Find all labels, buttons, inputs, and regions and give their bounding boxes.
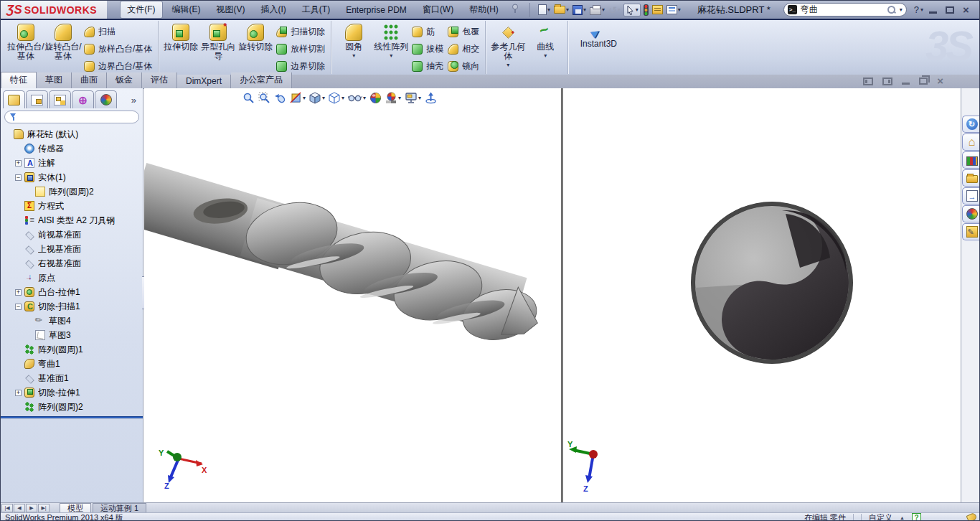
tab-dimxpert[interactable]: DimXpert — [177, 75, 231, 88]
tree-item[interactable]: 阵列(圆周)2 — [1, 184, 143, 199]
collapse-toggle[interactable]: − — [15, 174, 22, 181]
view-settings-button[interactable]: ▾ — [404, 91, 422, 105]
fillet-button[interactable]: 圆角 ▾ — [335, 22, 372, 59]
help-button[interactable]: ? — [914, 4, 919, 15]
previous-study-button[interactable]: ◀ — [14, 504, 25, 512]
featuremanager-tab[interactable] — [3, 90, 25, 108]
reference-geometry-dropdown[interactable]: ▾ — [507, 62, 509, 68]
undo-button[interactable]: ↺▾ — [608, 4, 621, 16]
swept-cut-button[interactable]: 扫描切除 — [274, 23, 327, 40]
wrap-button[interactable]: 包覆 — [446, 23, 481, 40]
fillet-dropdown[interactable]: ▾ — [352, 52, 355, 59]
extruded-cut-button[interactable]: 拉伸切除 — [162, 22, 199, 52]
last-study-button[interactable]: ▶| — [38, 504, 50, 512]
interference-check-button[interactable] — [643, 4, 649, 17]
model-tab[interactable]: 模型 — [60, 503, 91, 512]
menu-insert[interactable]: 插入(I) — [255, 1, 293, 18]
design-library-button[interactable] — [962, 151, 980, 169]
minimize-button[interactable] — [929, 11, 937, 14]
expand-toggle[interactable]: + — [15, 289, 22, 296]
doc-close-button[interactable]: × — [937, 77, 943, 85]
file-explorer-button[interactable] — [962, 169, 980, 187]
swept-boss-button[interactable]: 扫描 — [82, 23, 154, 40]
tree-item[interactable]: AISI 类型 A2 刀具钢 — [1, 213, 143, 227]
quick-tips-icon[interactable]: ? — [912, 513, 921, 521]
tree-item[interactable]: 方程式 — [1, 199, 143, 213]
tab-sheet-metal[interactable]: 钣金 — [107, 72, 142, 88]
viewport-right[interactable]: Y Z — [563, 88, 961, 502]
menu-help[interactable]: 帮助(H) — [463, 1, 505, 18]
options-button[interactable]: ▾ — [666, 4, 682, 15]
tree-item[interactable]: 上视基准面 — [1, 242, 143, 256]
menu-view[interactable]: 视图(V) — [210, 1, 252, 18]
tree-item[interactable]: 基准面1 — [1, 371, 143, 385]
tree-item[interactable]: 草图4 — [1, 314, 143, 328]
expand-toggle[interactable]: + — [15, 160, 22, 166]
solidworks-forum-button[interactable]: ↻ — [962, 116, 980, 133]
tab-sketch[interactable]: 草图 — [37, 72, 72, 88]
solidworks-resources-button[interactable]: ⌂ — [962, 133, 980, 151]
menu-edit[interactable]: 编辑(E) — [166, 1, 207, 18]
tree-item[interactable]: 阵列(圆周)1 — [1, 342, 143, 357]
appearances-button[interactable] — [962, 205, 980, 222]
close-button[interactable]: × — [963, 5, 969, 15]
tab-surfaces[interactable]: 曲面 — [72, 72, 107, 88]
tree-item[interactable]: +凸台-拉伸1 — [1, 285, 143, 299]
collapse-toggle[interactable]: − — [15, 304, 22, 310]
view-palette-button[interactable] — [962, 187, 980, 205]
tree-item[interactable]: 原点 — [1, 271, 143, 285]
revolved-cut-button[interactable]: 旋转切除 — [237, 22, 274, 52]
section-view-button[interactable]: ▾ — [289, 91, 306, 105]
viewport-left[interactable]: ▾ ▾ ▾ ▾ ▾ ▾ Y X Z — [144, 88, 561, 502]
tree-item[interactable]: 前视基准面 — [1, 227, 143, 242]
hole-wizard-button[interactable]: 异型孔向导 — [199, 22, 237, 61]
restore-button[interactable] — [946, 6, 954, 14]
reference-geometry-button[interactable]: 参考几何体 ▾ — [489, 22, 527, 68]
tree-item[interactable]: 草图3 — [1, 328, 143, 342]
curves-dropdown[interactable]: ▾ — [544, 52, 547, 59]
instant3d-button[interactable]: Instant3D — [572, 22, 625, 49]
first-study-button[interactable]: |◀ — [1, 504, 13, 512]
shell-button[interactable]: 抽壳 — [410, 57, 446, 75]
tree-item[interactable]: −实体(1) — [1, 170, 143, 184]
zoom-fit-button[interactable] — [242, 91, 255, 105]
tree-item[interactable]: −切除-扫描1 — [1, 299, 143, 314]
search-input[interactable]: 弯曲 — [801, 4, 884, 16]
menu-enterprise-pdm[interactable]: Enterprise PDM — [339, 3, 413, 17]
apply-scene-button[interactable]: ▾ — [385, 91, 402, 105]
expand-toggle[interactable]: + — [15, 390, 22, 396]
configurationmanager-tab[interactable] — [49, 90, 71, 108]
search-box[interactable]: >_ 弯曲 ▾ — [783, 3, 907, 17]
lofted-cut-button[interactable]: 放样切割 — [274, 40, 327, 57]
lofted-boss-button[interactable]: 放样凸台/基体 — [82, 40, 154, 57]
linear-pattern-dropdown[interactable]: ▾ — [390, 52, 392, 59]
save-button[interactable]: ▾ — [572, 4, 587, 16]
tab-evaluate[interactable]: 评估 — [142, 72, 177, 88]
tree-item[interactable]: 弯曲1 — [1, 357, 143, 371]
custom-status-arrow[interactable]: ▲ — [900, 515, 905, 520]
tree-item[interactable]: +注解 — [1, 156, 143, 170]
tree-item[interactable]: +切除-拉伸1 — [1, 385, 143, 400]
properties-button[interactable] — [651, 4, 664, 15]
search-icon[interactable] — [887, 6, 896, 14]
split-pane-right-icon[interactable] — [882, 78, 892, 85]
tree-item[interactable]: 传感器 — [1, 141, 143, 156]
rib-button[interactable]: 筋 — [410, 23, 446, 40]
panel-chevron[interactable]: » — [127, 95, 141, 108]
display-style-button[interactable]: ▾ — [328, 91, 345, 105]
extruded-boss-button[interactable]: 拉伸凸台/基体 — [7, 22, 44, 61]
dimxpertmanager-tab[interactable]: ⊕ — [72, 90, 94, 108]
tag-icon[interactable] — [966, 512, 977, 521]
help-caret[interactable]: ▾ — [920, 6, 923, 13]
custom-status[interactable]: 自定义 — [869, 512, 892, 521]
revolved-boss-button[interactable]: 旋转凸台/基体 — [44, 22, 82, 61]
displaymanager-tab[interactable] — [95, 90, 117, 108]
curves-button[interactable]: 曲线 ▾ — [527, 22, 564, 59]
menu-tools[interactable]: 工具(T) — [296, 1, 336, 18]
next-study-button[interactable]: ▶ — [26, 504, 37, 512]
doc-minimize-button[interactable] — [902, 83, 910, 85]
view-orientation-button[interactable]: ▾ — [308, 91, 326, 105]
tab-features[interactable]: 特征 — [1, 72, 37, 88]
previous-view-button[interactable] — [273, 91, 287, 105]
linear-pattern-button[interactable]: 线性阵列 ▾ — [372, 22, 410, 59]
